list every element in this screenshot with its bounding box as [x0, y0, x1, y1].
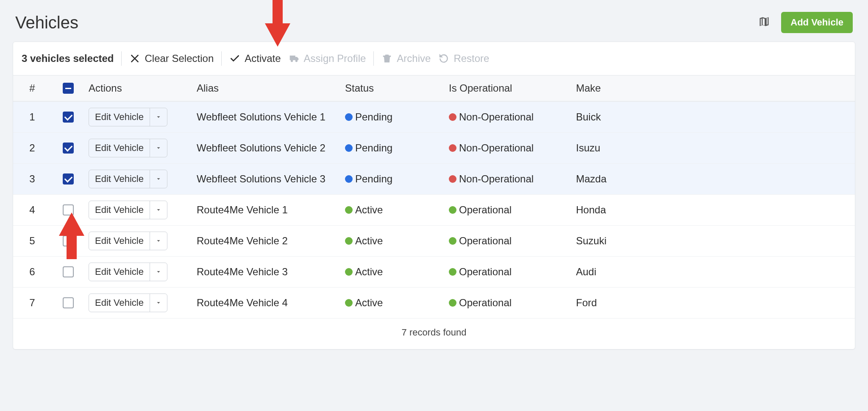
operational-dot — [449, 144, 456, 152]
status-label: Pending — [355, 111, 392, 123]
row-number: 4 — [13, 204, 51, 216]
edit-vehicle-button[interactable]: Edit Vehicle — [89, 108, 167, 126]
divider — [121, 51, 122, 66]
table-header-row: # Actions Alias Status Is Operational Ma… — [13, 75, 855, 101]
status-label: Active — [355, 204, 383, 216]
col-actions: Actions — [85, 82, 193, 94]
close-icon — [129, 53, 140, 64]
table-row: 3 Edit Vehicle Webfleet Solutions Vehicl… — [13, 163, 855, 194]
edit-vehicle-label[interactable]: Edit Vehicle — [89, 232, 150, 250]
col-is-operational: Is Operational — [445, 82, 573, 94]
status-label: Pending — [355, 142, 392, 154]
activate-button[interactable]: Activate — [229, 53, 281, 64]
operational-label: Operational — [459, 297, 512, 309]
alias-cell: Webfleet Solutions Vehicle 3 — [193, 173, 342, 185]
table-row: 1 Edit Vehicle Webfleet Solutions Vehicl… — [13, 101, 855, 132]
operational-label: Operational — [459, 235, 512, 247]
select-all-checkbox[interactable] — [63, 83, 74, 94]
operational-cell: Operational — [449, 204, 512, 216]
status-cell: Active — [345, 266, 383, 278]
edit-vehicle-menu-toggle[interactable] — [150, 201, 167, 219]
row-checkbox[interactable] — [63, 266, 74, 277]
bulk-actions-toolbar: 3 vehicles selected Clear Selection Acti… — [13, 42, 855, 75]
chevron-down-icon — [156, 145, 161, 151]
status-dot — [345, 237, 353, 245]
make-cell: Mazda — [573, 173, 670, 185]
alias-cell: Route4Me Vehicle 4 — [193, 297, 342, 309]
row-checkbox[interactable] — [63, 204, 74, 215]
check-icon — [229, 53, 240, 64]
table-row: 5 Edit Vehicle Route4Me Vehicle 2 Active… — [13, 225, 855, 256]
edit-vehicle-menu-toggle[interactable] — [150, 294, 167, 312]
edit-vehicle-button[interactable]: Edit Vehicle — [89, 139, 167, 157]
trash-icon — [381, 53, 392, 64]
status-dot — [345, 299, 353, 307]
make-cell: Ford — [573, 297, 670, 309]
table-row: 4 Edit Vehicle Route4Me Vehicle 1 Active… — [13, 194, 855, 225]
status-dot — [345, 113, 353, 121]
row-checkbox[interactable] — [63, 297, 74, 308]
status-cell: Active — [345, 235, 383, 247]
operational-dot — [449, 175, 456, 183]
add-vehicle-button[interactable]: Add Vehicle — [781, 12, 853, 33]
edit-vehicle-label[interactable]: Edit Vehicle — [89, 139, 150, 157]
status-cell: Active — [345, 204, 383, 216]
map-icon[interactable] — [758, 16, 770, 29]
row-checkbox[interactable] — [63, 143, 74, 154]
edit-vehicle-label[interactable]: Edit Vehicle — [89, 294, 150, 312]
edit-vehicle-menu-toggle[interactable] — [150, 263, 167, 281]
make-cell: Audi — [573, 266, 670, 278]
archive-label: Archive — [397, 53, 431, 64]
status-label: Active — [355, 266, 383, 278]
chevron-down-icon — [156, 269, 161, 275]
alias-cell: Route4Me Vehicle 2 — [193, 235, 342, 247]
alias-cell: Webfleet Solutions Vehicle 1 — [193, 111, 342, 123]
row-number: 7 — [13, 297, 51, 309]
alias-cell: Route4Me Vehicle 1 — [193, 204, 342, 216]
row-checkbox[interactable] — [63, 173, 74, 185]
divider — [221, 51, 222, 66]
operational-dot — [449, 268, 456, 276]
table-row: 6 Edit Vehicle Route4Me Vehicle 3 Active… — [13, 256, 855, 287]
make-cell: Suzuki — [573, 235, 670, 247]
edit-vehicle-button[interactable]: Edit Vehicle — [89, 201, 167, 219]
edit-vehicle-button[interactable]: Edit Vehicle — [89, 232, 167, 250]
chevron-down-icon — [156, 238, 161, 244]
restore-button: Restore — [438, 53, 489, 64]
row-checkbox[interactable] — [63, 235, 74, 246]
edit-vehicle-label[interactable]: Edit Vehicle — [89, 201, 150, 219]
edit-vehicle-menu-toggle[interactable] — [150, 108, 167, 126]
edit-vehicle-label[interactable]: Edit Vehicle — [89, 108, 150, 126]
divider — [373, 51, 374, 66]
row-checkbox[interactable] — [63, 112, 74, 123]
operational-cell: Non-Operational — [449, 111, 534, 123]
status-dot — [345, 206, 353, 214]
assign-profile-label: Assign Profile — [304, 53, 366, 64]
page-title: Vehicles — [15, 13, 78, 32]
edit-vehicle-button[interactable]: Edit Vehicle — [89, 263, 167, 281]
row-number: 3 — [13, 173, 51, 185]
edit-vehicle-menu-toggle[interactable] — [150, 232, 167, 250]
edit-vehicle-label[interactable]: Edit Vehicle — [89, 170, 150, 188]
table-row: 2 Edit Vehicle Webfleet Solutions Vehicl… — [13, 132, 855, 163]
operational-cell: Operational — [449, 266, 512, 278]
edit-vehicle-menu-toggle[interactable] — [150, 170, 167, 188]
edit-vehicle-button[interactable]: Edit Vehicle — [89, 294, 167, 312]
col-num: # — [13, 82, 51, 94]
clear-selection-label: Clear Selection — [145, 53, 214, 64]
edit-vehicle-label[interactable]: Edit Vehicle — [89, 263, 150, 281]
edit-vehicle-button[interactable]: Edit Vehicle — [89, 170, 167, 188]
row-number: 5 — [13, 235, 51, 247]
restore-icon — [438, 53, 449, 64]
status-cell: Pending — [345, 111, 392, 123]
chevron-down-icon — [156, 207, 161, 213]
operational-cell: Operational — [449, 235, 512, 247]
edit-vehicle-menu-toggle[interactable] — [150, 139, 167, 157]
chevron-down-icon — [156, 176, 161, 182]
assign-profile-button: Assign Profile — [289, 53, 366, 64]
status-cell: Pending — [345, 142, 392, 154]
col-make: Make — [573, 82, 670, 94]
activate-label: Activate — [245, 53, 281, 64]
selected-count: 3 vehicles selected — [22, 53, 114, 64]
clear-selection-button[interactable]: Clear Selection — [129, 53, 214, 64]
